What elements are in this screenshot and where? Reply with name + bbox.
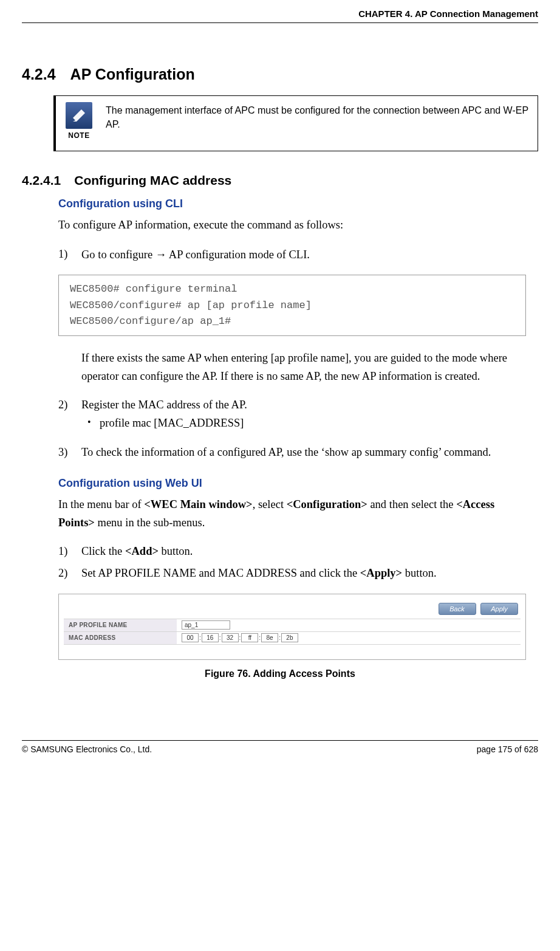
cli-after-code-para: If there exists the same AP when enterin… <box>81 349 526 385</box>
cli-heading: Configuration using CLI <box>58 197 526 210</box>
table-row: MAC ADDRESS ::::: <box>64 631 521 644</box>
subsection-heading: 4.2.4.1Configuring MAC address <box>22 173 538 188</box>
mac-octet-input[interactable] <box>261 633 278 642</box>
cli-step-2-bullet: profile mac [MAC_ADDRESS] <box>87 414 526 433</box>
note-text: The management interface of APC must be … <box>106 102 529 131</box>
chapter-header: CHAPTER 4. AP Connection Management <box>22 9 538 23</box>
webui-intro: In the menu bar of <WEC Main window>, se… <box>58 496 526 532</box>
cli-intro: To configure AP information, execute the… <box>58 216 526 235</box>
cli-code-block: WEC8500# configure terminal WEC8500/conf… <box>58 275 526 336</box>
mac-address-field: ::::: <box>177 631 521 644</box>
section-heading: 4.2.4AP Configuration <box>22 66 538 83</box>
figure-caption: Figure 76. Adding Access Points <box>22 668 538 679</box>
note-box: NOTE The management interface of APC mus… <box>53 95 538 151</box>
mac-octet-input[interactable] <box>241 633 258 642</box>
subsection-number: 4.2.4.1 <box>22 173 61 188</box>
cli-step-1: 1) Go to configure → AP configuration mo… <box>58 245 526 264</box>
ap-profile-name-input[interactable] <box>182 620 230 630</box>
page-footer: © SAMSUNG Electronics Co., Ltd. page 175… <box>22 740 538 754</box>
cli-step-3: 3) To check the information of a configu… <box>58 444 526 462</box>
webui-step-2: 2) Set AP PROFILE NAME and MAC ADDRESS a… <box>58 565 526 583</box>
webui-heading: Configuration using Web UI <box>58 477 526 490</box>
cli-step-2: 2) Register the MAC address of the AP. p… <box>58 396 526 432</box>
webui-step-1: 1) Click the <Add> button. <box>58 543 526 561</box>
ap-profile-name-label: AP PROFILE NAME <box>64 619 177 631</box>
section-number: 4.2.4 <box>22 66 56 83</box>
mac-octet-input[interactable] <box>182 633 199 642</box>
figure-table: AP PROFILE NAME MAC ADDRESS ::::: <box>64 619 521 645</box>
mac-address-label: MAC ADDRESS <box>64 631 177 644</box>
mac-octet-input[interactable] <box>281 633 298 642</box>
mac-octet-input[interactable] <box>222 633 239 642</box>
apply-button[interactable]: Apply <box>480 603 518 615</box>
mac-octet-input[interactable] <box>202 633 219 642</box>
footer-page-number: page 175 of 628 <box>477 744 538 754</box>
back-button[interactable]: Back <box>439 603 476 615</box>
subsection-title: Configuring MAC address <box>74 173 231 187</box>
right-arrow-icon: → <box>155 248 167 261</box>
note-pencil-icon <box>66 102 92 129</box>
figure-screenshot: Back Apply AP PROFILE NAME MAC ADDRESS :… <box>58 594 526 660</box>
table-row: AP PROFILE NAME <box>64 619 521 631</box>
section-title: AP Configuration <box>70 66 195 83</box>
note-label: NOTE <box>66 131 92 140</box>
footer-copyright: © SAMSUNG Electronics Co., Ltd. <box>22 744 152 754</box>
